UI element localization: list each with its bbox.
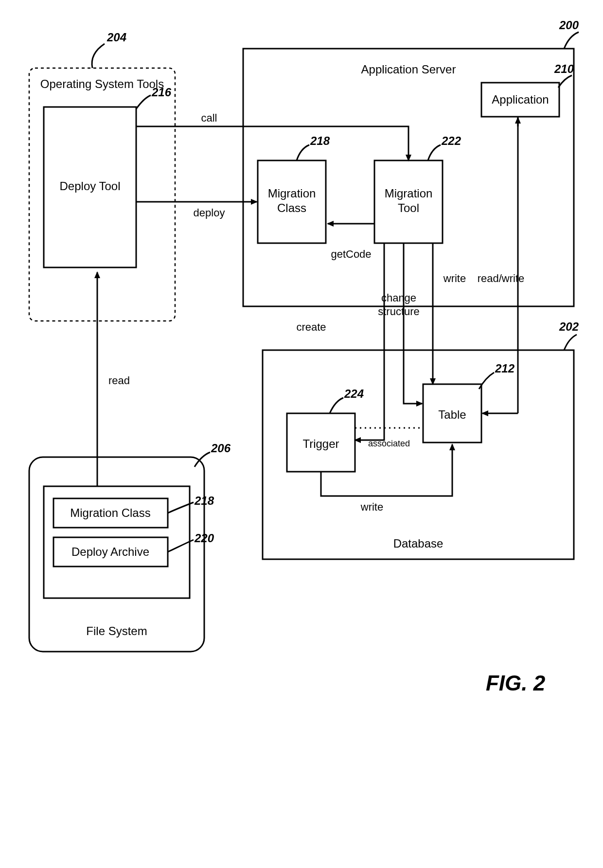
edge-change2: structure: [378, 305, 420, 318]
edge-change1: change: [381, 292, 416, 304]
ref-210: 210: [554, 62, 574, 75]
ref-200: 200: [559, 18, 579, 32]
ref-218b: 218: [194, 494, 214, 507]
ref-216: 216: [151, 86, 172, 99]
edge-write: write: [443, 272, 466, 284]
ref-202: 202: [559, 320, 579, 333]
migration-tool-l1: Migration: [385, 187, 433, 200]
edge-call: call: [201, 112, 217, 124]
edge-readwrite: read/write: [478, 272, 525, 284]
ref-218a: 218: [310, 134, 330, 147]
migration-class-as-l2: Class: [277, 201, 306, 214]
ref-212: 212: [495, 362, 515, 375]
trigger-label: Trigger: [302, 437, 339, 450]
edge-associated: associated: [368, 439, 410, 448]
edge-getcode: getCode: [331, 248, 371, 260]
application-label: Application: [492, 93, 549, 106]
migration-class-fs-label: Migration Class: [70, 506, 150, 519]
app-server-label: Application Server: [361, 63, 456, 76]
deploy-tool-label: Deploy Tool: [60, 179, 121, 193]
ref-204: 204: [106, 31, 126, 44]
edge-create: create: [296, 321, 326, 333]
deploy-archive-label: Deploy Archive: [71, 545, 149, 558]
os-tools-label: Operating System Tools: [40, 77, 164, 90]
edge-write-trigger: write: [360, 501, 383, 513]
edge-read: read: [108, 374, 130, 387]
ref-206: 206: [211, 442, 231, 455]
diagram-canvas: Operating System Tools Deploy Tool Appli…: [0, 0, 603, 868]
migration-class-as-l1: Migration: [268, 187, 316, 200]
ref-222: 222: [441, 134, 461, 147]
edge-deploy: deploy: [194, 207, 225, 219]
ref-220: 220: [194, 531, 214, 545]
figure-label: FIG. 2: [486, 671, 546, 695]
migration-tool-l2: Tool: [398, 201, 419, 214]
table-label: Table: [438, 408, 466, 421]
file-system-label: File System: [86, 624, 147, 638]
database-label: Database: [393, 537, 443, 550]
ref-224: 224: [344, 387, 364, 400]
